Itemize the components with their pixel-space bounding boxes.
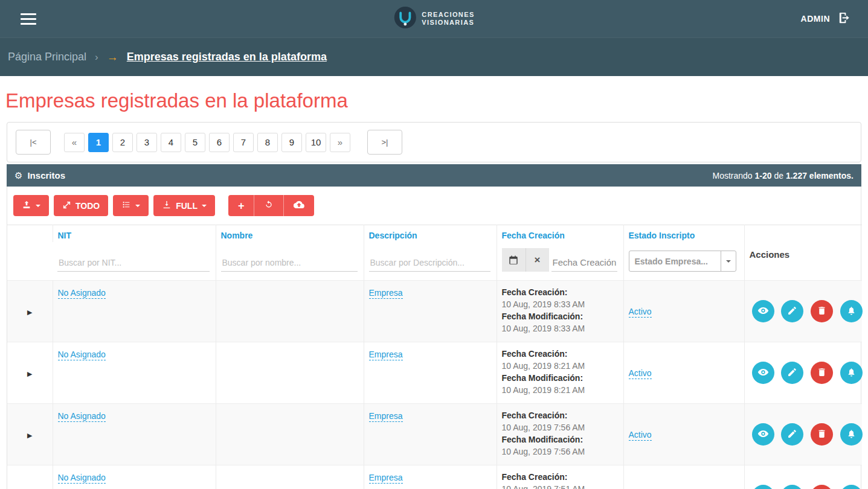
clear-date-icon[interactable]: × [526,248,549,272]
pagination-next-button[interactable]: » [330,133,350,152]
fecha-modificacion-value: 10 Aug, 2019 8:21 AM [502,384,619,396]
column-header-nit[interactable]: NIT [58,231,72,240]
pagination-last-button[interactable]: >| [367,130,402,155]
bell-icon [846,367,857,379]
calendar-icon[interactable] [502,248,526,272]
nit-link[interactable]: No Asignado [58,473,106,484]
page-button-3[interactable]: 3 [137,133,157,152]
upload-button[interactable] [283,195,314,216]
companies-table: NIT Nombre Descripción Fecha Creación Es… [7,225,862,489]
brand-logo[interactable]: CREACIONES VISIONARIAS [393,6,474,31]
panel-title: Inscritos [27,170,65,181]
descripcion-link[interactable]: Empresa [369,411,403,422]
nit-link[interactable]: No Asignado [58,350,106,360]
fecha-filter-input[interactable] [551,253,617,272]
grid-toolbar: TODO FULL + [7,187,861,225]
edit-button[interactable] [781,300,803,322]
fecha-modificacion-value: 10 Aug, 2019 7:56 AM [502,446,619,458]
table-row: ▶ No Asignado Empresa Fecha Creación: 10… [7,342,862,404]
view-button[interactable] [752,423,774,446]
admin-menu[interactable]: ADMIN [801,11,851,27]
crud-button-group: + [228,195,315,216]
plus-icon: + [238,200,245,211]
download-icon [162,200,172,211]
fecha-creacion-label: Fecha Creación: [502,286,619,298]
nit-link[interactable]: No Asignado [58,411,106,422]
estado-link[interactable]: Activo [629,430,652,441]
descripcion-link[interactable]: Empresa [369,473,403,484]
nit-filter-input[interactable] [57,254,210,272]
breadcrumb-arrow-icon: → [107,51,118,64]
page-button-4[interactable]: 4 [161,133,181,152]
fecha-creacion-label: Fecha Creación: [502,471,619,483]
fecha-filter-group: × [502,248,617,272]
estado-link[interactable]: Activo [629,368,652,379]
export-dropdown-button[interactable] [13,195,49,216]
cloud-upload-icon [294,199,304,212]
nit-link[interactable]: No Asignado [58,288,106,299]
hamburger-menu-icon[interactable] [17,10,40,28]
notify-button[interactable] [840,362,863,384]
export-icon [22,200,31,211]
edit-button[interactable] [781,485,803,489]
page-button-9[interactable]: 9 [281,133,302,152]
page-title: Empresas registradas en la plataforma [5,89,868,112]
logout-icon[interactable] [837,11,851,27]
expand-row-icon[interactable]: ▶ [27,432,32,439]
view-button[interactable] [752,300,774,322]
breadcrumb-current-link[interactable]: Empresas registradas en la plataforma [127,51,327,63]
pencil-icon [787,429,797,441]
pagination: |< « 1 2 3 4 5 6 7 8 9 10 » >| [7,122,861,162]
page-button-1[interactable]: 1 [88,133,109,152]
expand-row-icon[interactable]: ▶ [27,370,32,377]
delete-button[interactable] [811,300,833,322]
pencil-icon [787,367,797,379]
column-list-dropdown-button[interactable] [113,195,149,216]
chevron-down-icon [202,205,207,207]
bell-icon [846,305,857,318]
descripcion-link[interactable]: Empresa [369,288,403,299]
notify-button[interactable] [840,423,863,446]
fecha-creacion-value: 10 Aug, 2019 7:56 AM [502,421,619,433]
page-button-7[interactable]: 7 [233,133,254,152]
refresh-button[interactable] [254,195,283,216]
estado-filter-select[interactable]: Estado Empresa... [629,251,736,272]
table-row: ▶ No Asignado Empresa Fecha Creación: 10… [7,404,862,465]
fecha-modificacion-label: Fecha Modificación: [502,433,619,446]
fecha-creacion-value: 10 Aug, 2019 8:21 AM [502,360,619,372]
pagination-first-button[interactable]: |< [16,130,51,155]
view-button[interactable] [752,362,774,384]
expand-column-header [7,225,53,281]
page-button-5[interactable]: 5 [185,133,205,152]
column-header-fecha-creacion[interactable]: Fecha Creación [502,231,565,240]
estado-link[interactable]: Activo [629,307,652,318]
page-button-2[interactable]: 2 [112,133,133,152]
delete-button[interactable] [811,485,833,489]
eye-icon [757,428,769,441]
full-export-button[interactable]: FULL [153,195,215,216]
topbar: CREACIONES VISIONARIAS ADMIN [0,0,868,37]
column-header-nombre[interactable]: Nombre [221,231,253,240]
pagination-prev-button[interactable]: « [64,133,85,152]
column-header-estado-inscripto[interactable]: Estado Inscripto [629,231,695,240]
nombre-filter-input[interactable] [221,254,358,272]
page-button-6[interactable]: 6 [209,133,230,152]
descripcion-filter-input[interactable] [369,254,490,272]
page-button-10[interactable]: 10 [306,133,326,152]
delete-button[interactable] [811,423,833,446]
notify-button[interactable] [840,300,863,322]
edit-button[interactable] [781,423,803,446]
chevron-down-icon [36,205,40,207]
add-button[interactable]: + [228,195,254,216]
notify-button[interactable] [840,485,863,489]
expand-row-icon[interactable]: ▶ [27,308,32,316]
delete-button[interactable] [811,362,833,384]
expand-all-button[interactable]: TODO [54,195,108,216]
eye-icon [757,305,769,318]
column-header-descripcion[interactable]: Descripción [369,231,417,240]
page-button-8[interactable]: 8 [257,133,278,152]
descripcion-link[interactable]: Empresa [369,350,403,360]
breadcrumb-home-link[interactable]: Página Principal [8,51,86,63]
view-button[interactable] [752,485,774,489]
edit-button[interactable] [781,362,803,384]
